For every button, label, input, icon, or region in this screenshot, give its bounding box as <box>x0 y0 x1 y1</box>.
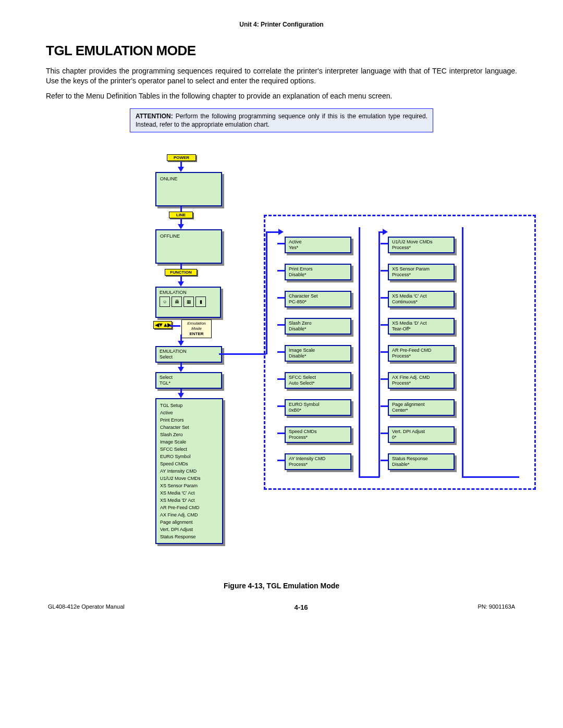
param-value: Disable* <box>392 462 450 467</box>
param-name: Active <box>289 239 347 245</box>
arrow-line <box>277 243 285 244</box>
arrow-line <box>381 378 388 380</box>
arrow-line <box>381 351 388 353</box>
list-item: Page alignment <box>160 519 218 526</box>
param-box: XS Sensor ParamProcess* <box>388 264 455 280</box>
arrow-line <box>381 460 388 461</box>
param-value: Disable* <box>289 326 347 332</box>
list-item: XS Media 'C' Act <box>160 489 218 497</box>
figure-caption: Figure 4-13, TGL Emulation Mode <box>46 582 517 590</box>
list-item: Active <box>160 409 218 416</box>
param-value: Continuous* <box>392 299 450 305</box>
page-footer: GL408-412e Operator Manual 4-16 PN: 9001… <box>46 603 517 611</box>
online-box: ONLINE <box>155 172 222 206</box>
param-name: Print Errors <box>289 266 347 272</box>
param-box: Image ScaleDisable* <box>285 345 351 362</box>
arrow-line <box>277 460 285 461</box>
param-value: Disable* <box>289 353 347 359</box>
list-items: ActivePrint ErrorsCharacter SetSlash Zer… <box>160 409 218 540</box>
select-tgl-box: Select TGL* <box>155 372 222 389</box>
arrow-line <box>359 476 380 478</box>
arrow-line <box>277 433 285 434</box>
arrow-down-icon <box>178 341 184 346</box>
arrow-line <box>277 270 285 272</box>
attention-notice: ATTENTION: Perform the following program… <box>130 108 433 132</box>
person-icon: ☺ <box>160 297 170 307</box>
emulation-select-box: EMULATION Select <box>155 346 222 363</box>
param-value: Yes* <box>289 245 347 251</box>
param-value: Process* <box>392 272 450 278</box>
offline-label: OFFLINE <box>160 233 217 239</box>
arrow-line <box>381 324 388 326</box>
param-value: 0xB0* <box>289 408 347 413</box>
param-box: U1/U2 Move CMDsProcess* <box>388 237 455 253</box>
emulation-mode-note: Emulation Mode ENTER <box>181 319 212 338</box>
list-item: XS Sensor Param <box>160 482 218 489</box>
arrow-line <box>381 405 388 407</box>
arrow-right-icon <box>383 229 388 235</box>
param-box: Status ResponseDisable* <box>388 453 455 470</box>
arrow-line <box>381 270 388 272</box>
arrow-down-icon <box>178 367 184 372</box>
list-item: Image Scale <box>160 438 218 446</box>
param-value: Auto Select* <box>289 380 347 386</box>
arrow-line <box>381 297 388 299</box>
list-item: XS Media 'D' Act <box>160 497 218 504</box>
unit-header: Unit 4: Printer Configuration <box>46 21 517 28</box>
param-value: 0* <box>392 435 450 440</box>
note-line1: Emulation <box>183 321 210 326</box>
param-name: EURO Symbol <box>289 402 347 408</box>
nav-arrows-icon: ◀▼▲▶ <box>153 321 172 329</box>
param-name: Speed CMDs <box>289 429 347 435</box>
arrow-line <box>170 325 180 327</box>
list-item: Slash Zero <box>160 431 218 438</box>
list-item: AY Intensity CMD <box>160 467 218 475</box>
notice-lead: ATTENTION: <box>136 113 173 120</box>
line-button-label: LINE <box>169 212 193 218</box>
note-line2: Mode <box>183 326 210 331</box>
param-value: Tear-Off* <box>392 326 450 332</box>
param-name: AX Fine Adj. CMD <box>392 375 450 380</box>
intro-paragraph-2: Refer to the Menu Definition Tables in t… <box>46 91 517 101</box>
param-box: SFCC SelectAuto Select* <box>285 372 351 389</box>
param-box: Speed CMDsProcess* <box>285 426 351 443</box>
emulation-icons-row: ☺ 🖶 ▦ ▮ <box>160 297 217 307</box>
emu-sel-l2: Select <box>160 354 218 360</box>
list-item: U1/U2 Move CMDs <box>160 475 218 482</box>
arrow-line <box>381 433 388 434</box>
arrow-line <box>378 231 380 477</box>
arrow-down-icon <box>178 224 184 229</box>
list-item: Print Errors <box>160 416 218 424</box>
tgl-setup-list-box: TGL Setup ActivePrint ErrorsCharacter Se… <box>155 398 223 544</box>
param-value: Process* <box>289 435 347 440</box>
arrow-line <box>277 405 285 407</box>
barcode-icon: ▮ <box>195 297 206 307</box>
offline-box: OFFLINE <box>155 229 222 264</box>
param-value: Disable* <box>289 272 347 278</box>
param-name: Page alignment <box>392 402 450 408</box>
param-box: AR Pre-Feed CMDProcess* <box>388 345 455 362</box>
arrow-right-icon <box>278 229 284 235</box>
list-item: AX Fine Adj. CMD <box>160 511 218 519</box>
param-value: Process* <box>392 353 450 359</box>
param-name: Character Set <box>289 293 347 299</box>
param-name: XS Media 'D' Act <box>392 320 450 326</box>
param-value: Process* <box>392 245 450 251</box>
arrow-down-icon <box>178 167 184 172</box>
arrow-line <box>277 297 285 299</box>
list-item: Character Set <box>160 424 218 431</box>
param-name: Slash Zero <box>289 320 347 326</box>
param-box: ActiveYes* <box>285 237 351 253</box>
arrow-line <box>266 231 267 354</box>
intro-paragraph-1: This chapter provides the programming se… <box>46 66 517 86</box>
list-item: Speed CMDs <box>160 460 218 467</box>
param-name: AY Intensity CMD <box>289 456 347 462</box>
param-name: XS Sensor Param <box>392 266 450 272</box>
grid-icon: ▦ <box>183 297 194 307</box>
list-item: AR Pre-Feed CMD <box>160 504 218 511</box>
notice-body: Perform the following programming sequen… <box>136 113 427 128</box>
sel-tgl-l1: Select <box>160 375 218 380</box>
list-item: EURO Symbol <box>160 453 218 460</box>
param-value: Process* <box>289 462 347 467</box>
param-box: Slash ZeroDisable* <box>285 318 351 335</box>
